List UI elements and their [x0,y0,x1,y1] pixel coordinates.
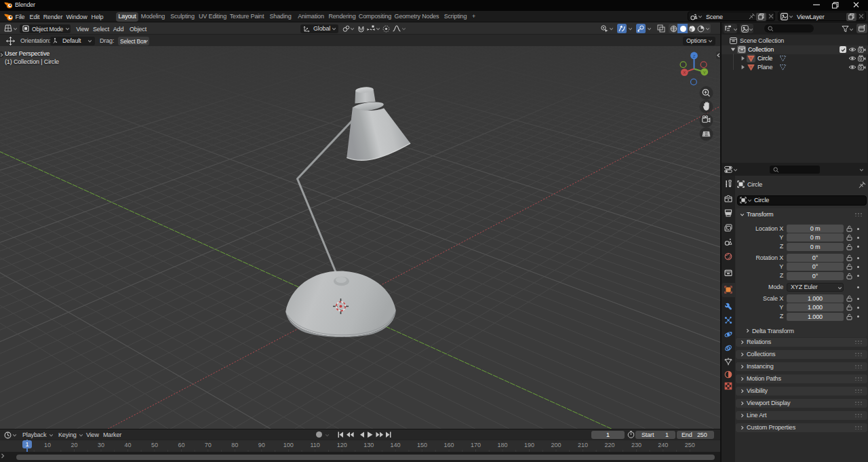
svg-text:X: X [683,71,686,75]
svg-text:Z: Z [693,54,696,58]
svg-text:Y: Y [703,71,706,75]
